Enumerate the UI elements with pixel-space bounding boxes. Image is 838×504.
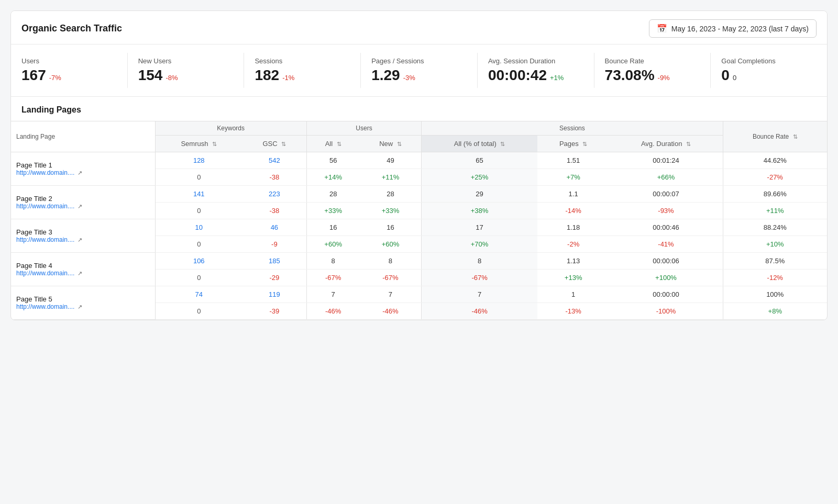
col-semrush: Semrush ⇅ (155, 136, 242, 152)
external-link-icon: ↗ (78, 304, 82, 310)
new-users-change: -67% (360, 270, 422, 286)
metric-item: Goal Completions 0 0 (711, 53, 827, 88)
page-url-link[interactable]: http://www.domain.... (16, 270, 74, 277)
page-title-cell: Page Title 4 (16, 262, 150, 270)
bounce-rate-change: -27% (723, 169, 827, 186)
section-title: Landing Pages (11, 97, 827, 121)
new-users-value: 49 (360, 152, 422, 169)
page-title-cell: Page Title 1 (16, 161, 150, 169)
col-group-sessions: Sessions (422, 121, 723, 136)
all-sessions-value: 65 (422, 152, 537, 169)
gsc-value: 185 (242, 253, 306, 270)
bounce-rate-value: 87.5% (723, 253, 827, 270)
page-info-cell: Page Title 3 http://www.domain.... ↗ (11, 219, 155, 253)
all-users-value: 28 (306, 186, 359, 203)
gsc-value: 119 (242, 286, 306, 303)
bounce-rate-value: 88.24% (723, 219, 827, 236)
metric-value: 182 (255, 67, 279, 84)
new-users-change: +11% (360, 169, 422, 186)
all-sessions-change: -46% (422, 303, 537, 320)
landing-pages-section: Landing Pages Landing Page Keywords User… (11, 97, 827, 320)
all-users-value: 56 (306, 152, 359, 169)
date-range-label: May 16, 2023 - May 22, 2023 (last 7 days… (671, 25, 809, 33)
all-users-value: 16 (306, 219, 359, 236)
date-range-button[interactable]: 📅 May 16, 2023 - May 22, 2023 (last 7 da… (649, 19, 817, 38)
metric-label: Sessions (255, 57, 350, 65)
col-bounce-rate: Bounce Rate ⇅ (723, 121, 827, 152)
new-users-value: 16 (360, 219, 422, 236)
page-info-cell: Page Title 2 http://www.domain.... ↗ (11, 186, 155, 219)
metric-value-row: 182 -1% (255, 67, 350, 84)
page-title-cell: Page Title 3 (16, 228, 150, 236)
pages-change: +13% (537, 270, 610, 286)
pages-value: 1.51 (537, 152, 610, 169)
metric-item: Sessions 182 -1% (244, 53, 361, 88)
sort-icon: ⇅ (212, 141, 217, 148)
page-url-link[interactable]: http://www.domain.... (16, 303, 74, 310)
bounce-rate-change: +10% (723, 236, 827, 253)
gsc-value: 46 (242, 219, 306, 236)
pages-value: 1.13 (537, 253, 610, 270)
avg-duration-change: -93% (609, 203, 723, 219)
page-url-row: http://www.domain.... ↗ (16, 169, 150, 176)
metric-label: Bounce Rate (605, 57, 700, 65)
metric-label: Pages / Sessions (371, 57, 467, 65)
avg-duration-value: 00:00:46 (609, 219, 723, 236)
avg-duration-value: 00:00:07 (609, 186, 723, 203)
metric-label: Avg. Session Duration (488, 57, 583, 65)
page-info-cell: Page Title 1 http://www.domain.... ↗ (11, 152, 155, 186)
pages-change: -13% (537, 303, 610, 320)
gsc-change: -9 (242, 236, 306, 253)
metric-item: Bounce Rate 73.08% -9% (594, 53, 711, 88)
semrush-value: 141 (155, 186, 242, 203)
sort-icon: ⇅ (793, 133, 798, 140)
metric-item: New Users 154 -8% (128, 53, 245, 88)
page-header: Organic Search Traffic 📅 May 16, 2023 - … (11, 11, 827, 44)
gsc-value: 223 (242, 186, 306, 203)
all-sessions-value: 8 (422, 253, 537, 270)
metric-change: -9% (658, 74, 670, 82)
page-url-row: http://www.domain.... ↗ (16, 270, 150, 277)
page-url-link[interactable]: http://www.domain.... (16, 236, 74, 243)
new-users-change: +33% (360, 203, 422, 219)
page-url-link[interactable]: http://www.domain.... (16, 169, 74, 176)
semrush-change: 0 (155, 270, 242, 286)
avg-duration-change: -41% (609, 236, 723, 253)
metric-value-row: 1.29 -3% (371, 67, 467, 84)
external-link-icon: ↗ (78, 170, 82, 176)
bounce-rate-value: 44.62% (723, 152, 827, 169)
all-sessions-value: 29 (422, 186, 537, 203)
col-pages: Pages ⇅ (537, 136, 610, 152)
all-sessions-value: 17 (422, 219, 537, 236)
all-users-value: 7 (306, 286, 359, 303)
gsc-change: -29 (242, 270, 306, 286)
bounce-rate-change: +8% (723, 303, 827, 320)
bounce-rate-change: -12% (723, 270, 827, 286)
avg-duration-change: -100% (609, 303, 723, 320)
external-link-icon: ↗ (78, 270, 82, 277)
sort-icon: ⇅ (686, 141, 691, 148)
page-url-row: http://www.domain.... ↗ (16, 203, 150, 210)
semrush-value: 74 (155, 286, 242, 303)
avg-duration-value: 00:01:24 (609, 152, 723, 169)
metric-value-row: 154 -8% (138, 67, 234, 84)
semrush-value: 128 (155, 152, 242, 169)
avg-duration-change: +66% (609, 169, 723, 186)
sort-icon: ⇅ (281, 141, 286, 148)
avg-duration-value: 00:00:06 (609, 253, 723, 270)
semrush-change: 0 (155, 303, 242, 320)
pages-change: -14% (537, 203, 610, 219)
page-info-cell: Page Title 5 http://www.domain.... ↗ (11, 286, 155, 320)
page-info-cell: Page Title 4 http://www.domain.... ↗ (11, 253, 155, 286)
semrush-change: 0 (155, 236, 242, 253)
metric-change: 0 (733, 74, 736, 82)
new-users-value: 28 (360, 186, 422, 203)
pages-change: -2% (537, 236, 610, 253)
sort-icon: ⇅ (500, 141, 505, 148)
page-url-link[interactable]: http://www.domain.... (16, 203, 74, 210)
avg-duration-change: +100% (609, 270, 723, 286)
external-link-icon: ↗ (78, 237, 82, 243)
metric-item: Avg. Session Duration 00:00:42 +1% (478, 53, 594, 88)
semrush-change: 0 (155, 203, 242, 219)
gsc-change: -39 (242, 303, 306, 320)
